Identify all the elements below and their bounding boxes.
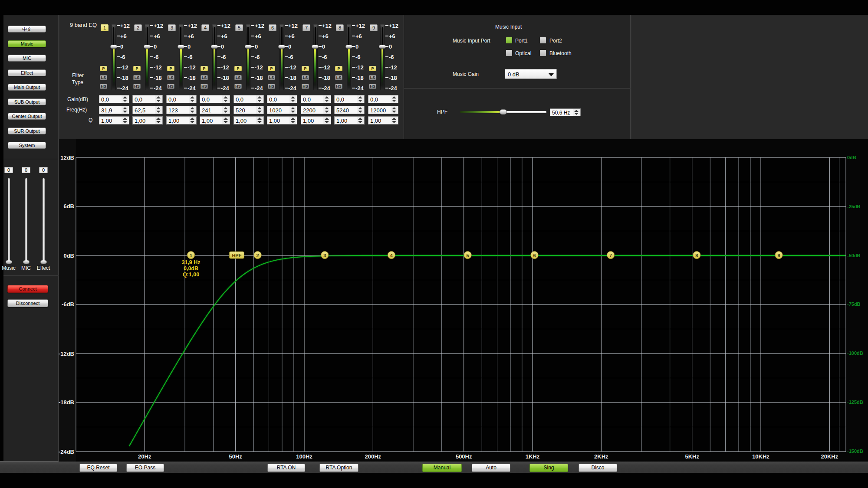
svg-text:0dB: 0dB [63,252,74,259]
svg-text:-100dB: -100dB [847,350,863,356]
svg-text:1KHz: 1KHz [526,453,540,460]
svg-text:-12dB: -12dB [59,350,74,357]
svg-text:1: 1 [190,253,192,258]
svg-text:-125dB: -125dB [847,400,863,405]
svg-text:7: 7 [609,253,612,258]
svg-text:-6dB: -6dB [62,301,74,308]
svg-text:8: 8 [695,253,698,258]
svg-text:0,0dB: 0,0dB [184,265,198,272]
svg-text:Q:1,00: Q:1,00 [183,272,199,278]
svg-text:12dB: 12dB [60,154,74,161]
svg-text:2KHz: 2KHz [594,453,608,460]
svg-text:4: 4 [390,253,393,258]
svg-text:500Hz: 500Hz [456,453,472,460]
svg-text:6: 6 [533,253,536,258]
svg-text:-24dB: -24dB [59,449,74,455]
svg-text:200Hz: 200Hz [365,453,381,460]
svg-text:-18dB: -18dB [59,399,74,406]
svg-text:6dB: 6dB [63,203,74,210]
svg-text:50Hz: 50Hz [229,453,243,460]
svg-text:5: 5 [467,253,469,258]
svg-text:20KHz: 20KHz [821,453,838,460]
svg-text:100Hz: 100Hz [296,453,312,460]
svg-text:9: 9 [778,253,780,258]
svg-text:-75dB: -75dB [847,301,861,307]
svg-text:3: 3 [323,253,326,258]
svg-text:31,9 Hz: 31,9 Hz [181,259,200,265]
svg-text:-150dB: -150dB [847,449,863,454]
svg-text:-50dB: -50dB [847,253,861,258]
svg-text:2: 2 [256,253,259,258]
svg-text:10KHz: 10KHz [752,453,769,460]
svg-text:HPF: HPF [232,253,241,258]
svg-text:20Hz: 20Hz [138,453,151,460]
svg-text:0dB: 0dB [847,155,856,160]
svg-text:-25dB: -25dB [847,204,861,209]
svg-text:5KHz: 5KHz [685,453,699,460]
